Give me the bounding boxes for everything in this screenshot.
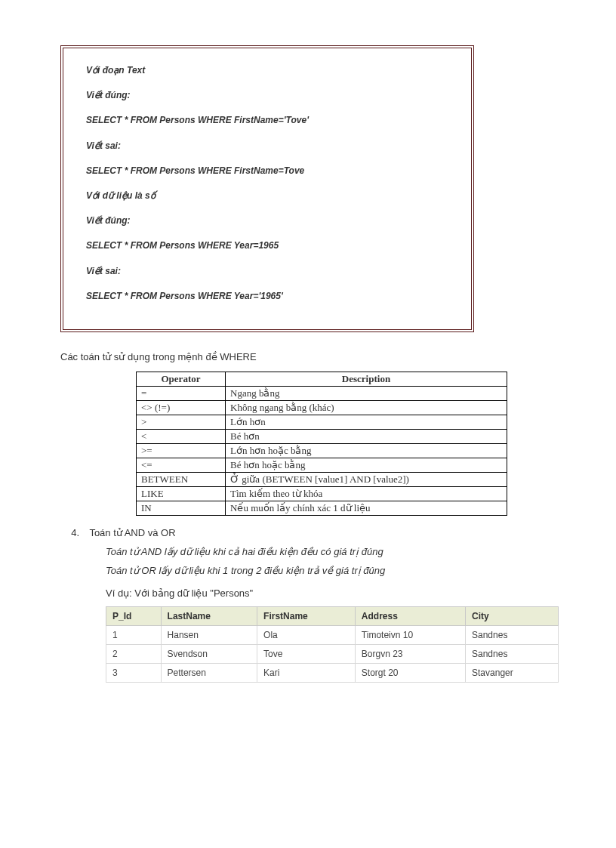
example-label: Ví dụ: Với bảng dữ liệu "Persons": [106, 587, 556, 599]
cell-address: Timoteivn 10: [355, 625, 465, 644]
desc-cell: Nếu muốn lấy chính xác 1 dữ liệu: [226, 501, 507, 515]
code-line: SELECT * FROM Persons WHERE Year=1965: [86, 239, 448, 253]
table-row: >=Lớn hơn hoặc bằng: [137, 443, 507, 458]
op-cell: >: [137, 415, 226, 429]
operators-heading: Các toán tử sử dụng trong mệnh đề WHERE: [60, 351, 556, 362]
section-4-heading: 4. Toán tử AND và OR: [60, 527, 556, 538]
desc-cell: Ngang bằng: [226, 386, 507, 400]
cell-address: Borgvn 23: [355, 644, 465, 663]
cell-lastname: Hansen: [161, 625, 257, 644]
table-row: <> (!=)Không ngang bằng (khác): [137, 400, 507, 415]
table-row: <=Bé hơn hoặc bằng: [137, 458, 507, 472]
cell-pid: 2: [106, 644, 162, 663]
cell-city: Stavanger: [466, 663, 559, 682]
op-cell: LIKE: [137, 486, 226, 501]
col-header-operator: Operator: [137, 372, 226, 386]
table-row: >Lớn hơn: [137, 415, 507, 429]
op-cell: =: [137, 386, 226, 400]
col-header-description: Description: [226, 372, 507, 386]
cell-pid: 3: [106, 663, 162, 682]
code-line: Với dữ liệu là số: [86, 189, 448, 203]
code-line: Viết đúng:: [86, 214, 448, 228]
cell-address: Storgt 20: [355, 663, 465, 682]
cell-pid: 1: [106, 625, 162, 644]
cell-firstname: Tove: [257, 644, 356, 663]
code-example-box: Với đoạn Text Viết đúng: SELECT * FROM P…: [60, 45, 474, 332]
code-line: SELECT * FROM Persons WHERE FirstName='T…: [86, 113, 448, 128]
code-line: Viết sai:: [86, 264, 448, 279]
table-header-row: Operator Description: [137, 372, 507, 386]
op-cell: <=: [137, 458, 226, 472]
code-line: Viết đúng:: [86, 88, 448, 103]
cell-lastname: Svendson: [161, 644, 257, 663]
col-header-lastname: LastName: [161, 606, 257, 625]
and-description: Toán tử AND lấy dữ liệu khi cả hai điều …: [106, 546, 556, 557]
section-number: 4.: [60, 527, 79, 538]
cell-city: Sandnes: [466, 644, 559, 663]
table-row: INNếu muốn lấy chính xác 1 dữ liệu: [137, 501, 507, 515]
col-header-pid: P_Id: [106, 606, 162, 625]
table-row: BETWEENỞ giữa (BETWEEN [value1] AND [val…: [137, 472, 507, 486]
desc-cell: Tìm kiếm theo từ khóa: [226, 486, 507, 501]
col-header-address: Address: [355, 606, 465, 625]
table-row: 3 Pettersen Kari Storgt 20 Stavanger: [106, 663, 559, 682]
table-row: =Ngang bằng: [137, 386, 507, 400]
section-title-text: Toán tử AND và OR: [89, 527, 175, 538]
desc-cell: Ở giữa (BETWEEN [value1] AND [value2]): [226, 472, 507, 486]
cell-firstname: Kari: [257, 663, 356, 682]
col-header-firstname: FirstName: [257, 606, 356, 625]
op-cell: >=: [137, 443, 226, 458]
code-line: SELECT * FROM Persons WHERE Year='1965': [86, 289, 448, 304]
op-cell: IN: [137, 501, 226, 515]
op-cell: <: [137, 429, 226, 443]
desc-cell: Lớn hơn hoặc bằng: [226, 443, 507, 458]
table-row: 1 Hansen Ola Timoteivn 10 Sandnes: [106, 625, 559, 644]
desc-cell: Không ngang bằng (khác): [226, 400, 507, 415]
table-header-row: P_Id LastName FirstName Address City: [106, 606, 559, 625]
op-cell: BETWEEN: [137, 472, 226, 486]
code-line: Với đoạn Text: [86, 63, 448, 78]
desc-cell: Bé hơn hoặc bằng: [226, 458, 507, 472]
or-description: Toán tử OR lấy dữ liệu khi 1 trong 2 điề…: [106, 565, 556, 576]
persons-table: P_Id LastName FirstName Address City 1 H…: [106, 606, 559, 683]
table-row: LIKETìm kiếm theo từ khóa: [137, 486, 507, 501]
table-row: <Bé hơn: [137, 429, 507, 443]
table-row: 2 Svendson Tove Borgvn 23 Sandnes: [106, 644, 559, 663]
col-header-city: City: [466, 606, 559, 625]
desc-cell: Bé hơn: [226, 429, 507, 443]
cell-city: Sandnes: [466, 625, 559, 644]
op-cell: <> (!=): [137, 400, 226, 415]
desc-cell: Lớn hơn: [226, 415, 507, 429]
operators-table: Operator Description =Ngang bằng <> (!=)…: [136, 372, 507, 516]
code-line: Viết sai:: [86, 139, 448, 153]
cell-firstname: Ola: [257, 625, 356, 644]
cell-lastname: Pettersen: [161, 663, 257, 682]
code-line: SELECT * FROM Persons WHERE FirstName=To…: [86, 164, 448, 178]
